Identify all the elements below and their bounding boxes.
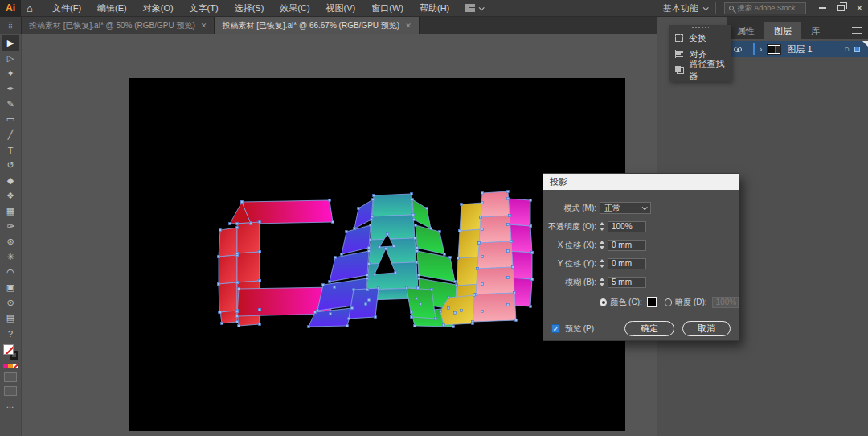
- anchor-point[interactable]: [374, 315, 376, 318]
- anchor-point[interactable]: [377, 286, 379, 289]
- close-button[interactable]: ✕: [856, 3, 863, 14]
- close-icon[interactable]: ✕: [201, 22, 207, 30]
- anchor-point[interactable]: [439, 310, 441, 312]
- anchor-point[interactable]: [481, 310, 483, 312]
- anchor-point[interactable]: [476, 267, 478, 269]
- restore-button[interactable]: [837, 5, 845, 11]
- anchor-point[interactable]: [220, 322, 223, 324]
- anchor-point[interactable]: [235, 315, 238, 317]
- rotate-tool[interactable]: ↺: [2, 158, 19, 173]
- anchor-point[interactable]: [366, 274, 368, 276]
- anchor-point[interactable]: [506, 223, 509, 225]
- preview-checkbox[interactable]: ✓: [551, 324, 560, 333]
- menu-view[interactable]: 视图(V): [319, 0, 363, 17]
- menu-help[interactable]: 帮助(H): [412, 0, 457, 17]
- type-tool[interactable]: T: [2, 142, 19, 158]
- panel-item-transform[interactable]: 变换: [669, 30, 731, 46]
- anchor-point[interactable]: [372, 194, 375, 196]
- anchor-point[interactable]: [369, 224, 371, 226]
- menu-effect[interactable]: 效果(C): [272, 0, 317, 17]
- anchor-point[interactable]: [416, 286, 419, 289]
- anchor-point[interactable]: [352, 288, 354, 290]
- anchor-point[interactable]: [258, 220, 260, 223]
- anchor-point[interactable]: [219, 311, 221, 313]
- anchor-point[interactable]: [442, 323, 444, 326]
- anchor-point[interactable]: [530, 251, 533, 253]
- anchor-point[interactable]: [481, 255, 483, 257]
- anchor-point[interactable]: [316, 309, 318, 311]
- darkness-radio[interactable]: [665, 298, 672, 306]
- anchor-point[interactable]: [235, 252, 238, 254]
- eyedropper-tool[interactable]: ✑: [2, 219, 19, 234]
- shape-builder-tool[interactable]: ❖: [2, 188, 19, 204]
- rectangle-tool[interactable]: ▭: [2, 112, 19, 127]
- anchor-point[interactable]: [350, 306, 353, 309]
- cancel-button[interactable]: 取消: [682, 321, 731, 336]
- layer-thumbnail[interactable]: [767, 44, 781, 55]
- anchor-point[interactable]: [371, 215, 373, 217]
- anchor-point[interactable]: [219, 228, 221, 231]
- anchor-point[interactable]: [513, 291, 515, 294]
- anchor-point[interactable]: [412, 218, 415, 220]
- color-group-bar[interactable]: [3, 364, 18, 368]
- anchor-point[interactable]: [447, 296, 449, 298]
- anchor-point[interactable]: [414, 224, 416, 226]
- gradient-tool[interactable]: ▦: [2, 204, 19, 219]
- anchor-point[interactable]: [373, 273, 375, 275]
- anchor-point[interactable]: [370, 218, 372, 220]
- anchor-point[interactable]: [460, 203, 462, 205]
- panel-menu-button[interactable]: [852, 22, 868, 39]
- blur-input[interactable]: 5 mm: [608, 277, 646, 288]
- anchor-point[interactable]: [419, 302, 421, 305]
- panel-item-pathfinder[interactable]: 路径查找器: [669, 62, 731, 78]
- panel-drag-grip[interactable]: [691, 27, 709, 28]
- anchor-point[interactable]: [235, 320, 238, 323]
- artwork-letter-i[interactable]: [440, 191, 532, 325]
- anchor-point[interactable]: [307, 325, 309, 327]
- blur-stepper[interactable]: [600, 278, 604, 286]
- anchor-point[interactable]: [511, 265, 514, 268]
- visibility-eye-icon[interactable]: [734, 47, 742, 52]
- anchor-point[interactable]: [448, 256, 451, 258]
- anchor-point[interactable]: [258, 250, 260, 253]
- tab-properties[interactable]: 属性: [727, 22, 764, 39]
- anchor-point[interactable]: [452, 325, 454, 327]
- home-icon[interactable]: ⌂: [21, 2, 39, 14]
- blend-tool[interactable]: ⊛: [2, 234, 19, 249]
- anchor-point[interactable]: [313, 311, 316, 313]
- menu-type[interactable]: 文字(T): [182, 0, 226, 17]
- anchor-point[interactable]: [378, 245, 380, 248]
- anchor-point[interactable]: [366, 288, 368, 290]
- layer-row[interactable]: › 图层 1 ○: [727, 41, 868, 57]
- anchor-point[interactable]: [413, 237, 416, 239]
- anchor-point[interactable]: [529, 199, 531, 201]
- anchor-point[interactable]: [425, 207, 428, 209]
- anchor-point[interactable]: [258, 308, 260, 311]
- anchor-point[interactable]: [366, 277, 368, 279]
- layer-name[interactable]: 图层 1: [787, 43, 812, 56]
- anchor-point[interactable]: [328, 199, 330, 201]
- selection-tool[interactable]: ▶: [2, 35, 19, 51]
- document-tab-2[interactable]: 投稿素材 [已恢复].ai* @ 66.67% (RGB/GPU 预览) ✕: [215, 17, 419, 34]
- artwork-letter-c[interactable]: [219, 200, 334, 326]
- anchor-point[interactable]: [415, 261, 417, 263]
- anchor-point[interactable]: [367, 262, 370, 265]
- workspace-switcher[interactable]: 基本功能: [663, 2, 707, 14]
- anchor-point[interactable]: [321, 283, 324, 286]
- anchor-point[interactable]: [510, 240, 512, 242]
- eraser-tool[interactable]: ◆: [2, 173, 19, 188]
- anchor-point[interactable]: [457, 257, 459, 259]
- anchor-point[interactable]: [371, 198, 374, 200]
- anchor-point[interactable]: [357, 207, 359, 209]
- anchor-point[interactable]: [434, 317, 436, 319]
- x-offset-stepper[interactable]: [600, 241, 604, 249]
- anchor-point[interactable]: [506, 249, 509, 252]
- anchor-point[interactable]: [334, 256, 336, 258]
- selection-color-chip[interactable]: [854, 47, 860, 52]
- anchor-point[interactable]: [328, 280, 330, 282]
- ok-button[interactable]: 确定: [624, 321, 674, 336]
- anchor-point[interactable]: [508, 214, 510, 216]
- anchor-point[interactable]: [443, 253, 445, 255]
- anchor-point[interactable]: [353, 227, 355, 229]
- direct-selection-tool[interactable]: ▷: [2, 51, 19, 66]
